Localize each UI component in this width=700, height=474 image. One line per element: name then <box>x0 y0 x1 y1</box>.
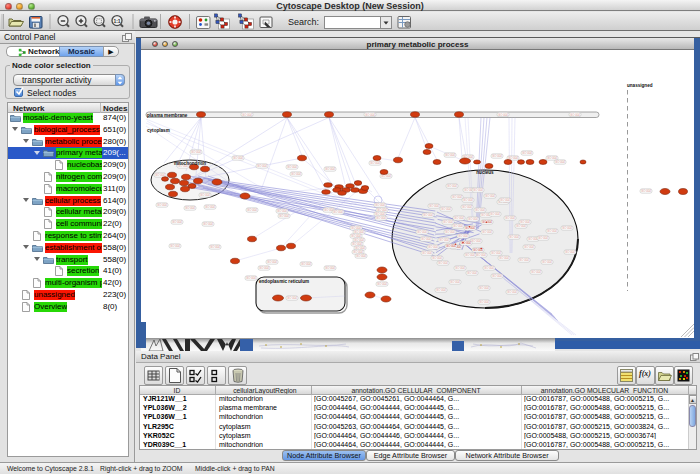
svg-text:GO:004: GO:004 <box>446 244 456 248</box>
svg-text:GO:004: GO:004 <box>531 270 541 274</box>
svg-text:GO:004: GO:004 <box>443 220 453 224</box>
svg-text:GO:004: GO:004 <box>476 253 486 257</box>
svg-text:GO:004: GO:004 <box>462 205 472 209</box>
svg-text:GO:004: GO:004 <box>507 290 517 294</box>
svg-text:GO:004: GO:004 <box>157 203 167 207</box>
svg-text:GO:004: GO:004 <box>233 156 243 160</box>
svg-text:GO:004: GO:004 <box>356 254 366 258</box>
svg-text:GO:004: GO:004 <box>465 253 475 257</box>
svg-text:GO:004: GO:004 <box>485 194 495 198</box>
svg-text:GO:004: GO:004 <box>370 161 380 165</box>
svg-text:GO:004: GO:004 <box>473 188 483 192</box>
svg-text:GO:004: GO:004 <box>325 266 335 270</box>
svg-text:GO:004: GO:004 <box>429 204 439 208</box>
svg-text:GO:004: GO:004 <box>463 198 473 202</box>
svg-text:GO:004: GO:004 <box>547 229 557 233</box>
svg-text:GO:004: GO:004 <box>277 209 287 213</box>
svg-text:GO:004: GO:004 <box>490 212 500 216</box>
svg-text:GO:004: GO:004 <box>441 207 451 211</box>
svg-text:GO:004: GO:004 <box>438 261 448 265</box>
svg-text:GO:004: GO:004 <box>381 174 391 178</box>
svg-text:GO:004: GO:004 <box>242 113 252 117</box>
svg-text:GO:004: GO:004 <box>454 216 464 220</box>
svg-text:GO:004: GO:004 <box>453 224 463 228</box>
svg-text:GO:004: GO:004 <box>519 258 529 262</box>
svg-text:GO:004: GO:004 <box>422 251 432 255</box>
svg-text:GO:004: GO:004 <box>565 250 575 254</box>
svg-text:GO:004: GO:004 <box>491 251 501 255</box>
svg-text:GO:004: GO:004 <box>468 217 478 221</box>
svg-text:GO:004: GO:004 <box>467 271 477 275</box>
svg-text:GO:004: GO:004 <box>279 214 289 218</box>
svg-text:GO:004: GO:004 <box>522 151 532 155</box>
svg-text:GO:004: GO:004 <box>439 238 449 242</box>
svg-text:GO:004: GO:004 <box>500 198 510 202</box>
svg-text:plasma membrane: plasma membrane <box>147 113 188 118</box>
svg-text:GO:004: GO:004 <box>492 274 502 278</box>
svg-text:GO:004: GO:004 <box>524 245 534 249</box>
svg-text:nucleus: nucleus <box>476 170 494 175</box>
svg-text:GO:004: GO:004 <box>325 167 335 171</box>
svg-text:GO:004: GO:004 <box>436 288 446 292</box>
svg-text:GO:004: GO:004 <box>452 195 462 199</box>
svg-text:GO:004: GO:004 <box>428 245 438 249</box>
svg-text:GO:004: GO:004 <box>301 262 311 266</box>
svg-text:GO:004: GO:004 <box>377 282 387 286</box>
svg-text:GO:004: GO:004 <box>516 224 526 228</box>
svg-text:GO:004: GO:004 <box>455 266 465 270</box>
svg-text:GO:004: GO:004 <box>509 235 519 239</box>
svg-text:GO:004: GO:004 <box>287 165 297 169</box>
svg-text:GO:004: GO:004 <box>205 205 215 209</box>
svg-text:Search:: Search: <box>288 17 319 27</box>
svg-text:GO:004: GO:004 <box>247 208 257 212</box>
svg-text:GO:004: GO:004 <box>570 113 580 117</box>
svg-text:GO:004: GO:004 <box>555 160 565 164</box>
svg-text:GO:004: GO:004 <box>417 230 427 234</box>
svg-text:GO:004: GO:004 <box>542 260 552 264</box>
svg-text:GO:004: GO:004 <box>562 226 572 230</box>
svg-text:GO:004: GO:004 <box>498 113 508 117</box>
svg-text:GO:004: GO:004 <box>365 113 375 117</box>
svg-text:mitochondrion: mitochondrion <box>174 161 206 166</box>
svg-text:GO:004: GO:004 <box>432 256 442 260</box>
svg-text:GO:004: GO:004 <box>172 220 182 224</box>
svg-text:GO:004: GO:004 <box>259 266 269 270</box>
svg-text:GO:004: GO:004 <box>291 172 301 176</box>
svg-text:GO:004: GO:004 <box>538 236 548 240</box>
svg-text:GO:004: GO:004 <box>445 230 455 234</box>
svg-text:GO:004: GO:004 <box>376 216 386 220</box>
svg-text:GO:004: GO:004 <box>333 210 343 214</box>
svg-text:endoplasmic reticulum: endoplasmic reticulum <box>259 279 309 284</box>
svg-text:GO:004: GO:004 <box>520 220 530 224</box>
svg-text:GO:004: GO:004 <box>447 184 457 188</box>
svg-text:cytoplasm: cytoplasm <box>147 128 170 133</box>
svg-text:GO:004: GO:004 <box>421 237 431 241</box>
svg-text:GO:004: GO:004 <box>505 216 515 220</box>
svg-text:GO:004: GO:004 <box>475 208 485 212</box>
svg-text:GO:004: GO:004 <box>492 154 502 158</box>
svg-text:GO:004: GO:004 <box>257 164 267 168</box>
svg-text:GO:004: GO:004 <box>246 276 256 280</box>
svg-text:GO:004: GO:004 <box>170 244 180 248</box>
svg-text:GO:004: GO:004 <box>191 150 201 154</box>
svg-text:GO:004: GO:004 <box>200 193 210 197</box>
svg-text:GO:004: GO:004 <box>484 266 494 270</box>
svg-text:GO:004: GO:004 <box>210 245 220 249</box>
svg-text:GO:004: GO:004 <box>471 239 481 243</box>
svg-text:GO:004: GO:004 <box>423 213 433 217</box>
svg-text:GO:004: GO:004 <box>479 286 489 290</box>
svg-text:GO:004: GO:004 <box>445 153 455 157</box>
svg-text:GO:004: GO:004 <box>287 296 297 300</box>
svg-text:unassigned: unassigned <box>627 83 653 88</box>
svg-text:GO:004: GO:004 <box>267 260 277 264</box>
svg-text:1:1: 1:1 <box>113 18 120 24</box>
svg-text:GO:004: GO:004 <box>458 234 468 238</box>
svg-text:GO:004: GO:004 <box>375 203 385 207</box>
svg-text:GO:004: GO:004 <box>482 220 492 224</box>
svg-text:GO:004: GO:004 <box>203 222 213 226</box>
svg-text:GO:004: GO:004 <box>479 300 489 304</box>
svg-text:GO:004: GO:004 <box>499 256 509 260</box>
svg-text:GO:004: GO:004 <box>450 280 460 284</box>
svg-text:GO:004: GO:004 <box>185 206 195 210</box>
svg-text:GO:004: GO:004 <box>482 230 492 234</box>
